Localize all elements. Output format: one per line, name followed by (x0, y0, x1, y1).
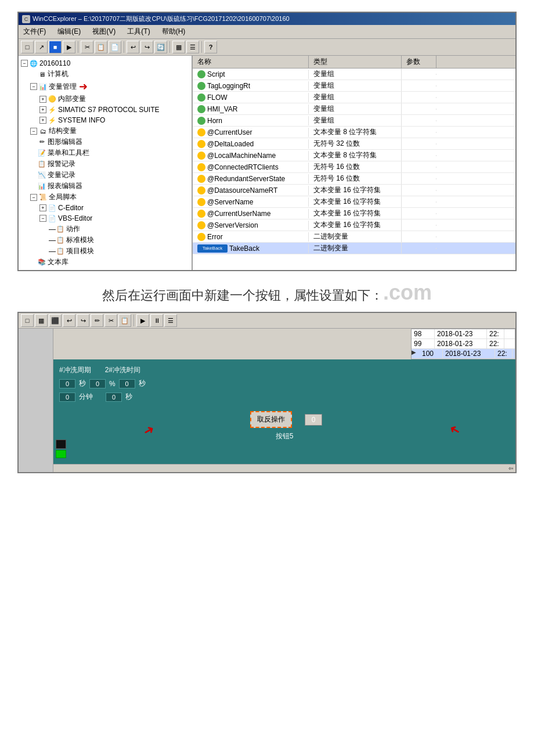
tree-item-sysinfo[interactable]: + ⚡ SYSTEM INFO (19, 115, 192, 125)
root-expand[interactable]: − (21, 60, 28, 67)
wash-time-label: 2#冲洗时间 (105, 365, 140, 375)
ceditor-expand[interactable]: + (39, 204, 46, 211)
row-icon-yellow (197, 198, 205, 206)
tree-root[interactable]: − 🌐 20160110 (19, 58, 192, 69)
input-0-2[interactable] (89, 379, 106, 388)
table-row[interactable]: @CurrentUser 文本变量 8 位字符集 (193, 127, 515, 138)
rt-tb5[interactable]: ✏ (91, 314, 103, 327)
td-type: 变量组 (309, 103, 402, 114)
rt-tb2[interactable]: ⬛ (49, 314, 62, 327)
table-row[interactable]: @LocalMachineName 文本变量 8 位字符集 (193, 150, 515, 161)
input-0-5[interactable] (106, 393, 122, 402)
table-row[interactable]: @ServerVersion 文本变量 16 位字符集 (193, 219, 515, 231)
refresh-button[interactable]: 🔄 (154, 41, 167, 53)
tree-item-textlib[interactable]: 📚 文本库 (19, 257, 192, 268)
forward-button[interactable]: ↪ (140, 41, 153, 53)
tree-item-ceditor[interactable]: + 📄 C-Editor (19, 203, 192, 213)
rt-tb4[interactable]: ↪ (77, 314, 89, 327)
runtime-main: 98 2018-01-23 22: 99 2018-01-23 22: ▶ 10… (53, 329, 515, 472)
td-name: FLOW (193, 93, 309, 102)
copy-button[interactable]: 📋 (95, 41, 107, 53)
rt-tb6[interactable]: ✂ (104, 314, 117, 327)
runtime-toolbar: □ ▦ ⬛ ↩ ↪ ✏ ✂ 📋 ▶ ⏸ ☰ (19, 313, 515, 329)
table-row[interactable]: TagLoggingRt 变量组 (193, 80, 515, 92)
td-param (402, 155, 436, 156)
td-param (402, 201, 436, 203)
table-row[interactable]: @ServerName 文本变量 16 位字符集 (193, 196, 515, 208)
tree-item-simatic[interactable]: + ⚡ SIMATIC S7 PROTOCOL SUITE (19, 105, 192, 115)
tree-item-taglog[interactable]: 📉 变量记录 (19, 170, 192, 181)
table-row[interactable]: Error 二进制变量 (193, 231, 515, 243)
sysinfo-expand[interactable]: + (39, 117, 46, 124)
rt-open[interactable]: □ (21, 314, 34, 327)
rt-tb3[interactable]: ↩ (63, 314, 75, 327)
tagmgr-expand[interactable]: − (30, 83, 37, 90)
menu-view[interactable]: 视图(V) (90, 26, 118, 37)
vbs-expand[interactable]: − (39, 215, 46, 222)
help-button[interactable]: ? (204, 41, 217, 53)
input-0-4[interactable] (59, 393, 75, 402)
table-row[interactable]: @DeltaLoaded 无符号 32 位数 (193, 138, 515, 150)
row98-date: 2018-01-23 (435, 329, 487, 339)
value-display: 0 (305, 414, 322, 426)
new-button[interactable]: □ (21, 41, 34, 53)
table-row[interactable]: @DatasourceNameRT 文本变量 16 位字符集 (193, 185, 515, 196)
tree-item-action[interactable]: — 📋 动作 (19, 224, 192, 235)
tree-item-global[interactable]: − 📜 全局脚本 (19, 192, 192, 203)
internal-expand[interactable]: + (39, 96, 46, 103)
tree-item-alarm[interactable]: 📋 报警记录 (19, 159, 192, 170)
table-row[interactable]: HMI_VAR 变量组 (193, 103, 515, 115)
struct-expand[interactable]: − (30, 128, 37, 135)
list-button[interactable]: ☰ (186, 41, 199, 53)
table-row[interactable]: FLOW 变量组 (193, 92, 515, 103)
global-expand[interactable]: − (30, 194, 37, 201)
rt-tb9[interactable]: ⏸ (150, 314, 163, 327)
row-icon-yellow (197, 186, 205, 195)
cancel-op-button[interactable]: 取反操作 (250, 411, 292, 428)
table-row[interactable]: @CurrentUserName 文本变量 16 位字符集 (193, 208, 515, 219)
rt-tb7[interactable]: 📋 (118, 314, 131, 327)
scroll-right[interactable]: ⇦ (508, 465, 513, 471)
row-icon-green (197, 82, 205, 90)
td-param (402, 97, 436, 98)
simatic-expand[interactable]: + (39, 106, 46, 113)
rt-tb8[interactable]: ▶ (136, 314, 149, 327)
table-row[interactable]: TakeBack TakeBack 二进制变量 (193, 243, 515, 254)
tree-item-report[interactable]: 📊 报表编辑器 (19, 181, 192, 192)
open-button[interactable]: ↗ (35, 41, 48, 53)
middle-instruction: 然后在运行画面中新建一个按钮，属性设置如下： (102, 288, 383, 303)
menu-help[interactable]: 帮助(H) (160, 26, 188, 37)
save-button[interactable]: ■ (49, 41, 62, 53)
tree-item-internal[interactable]: + 🟡 内部变量 (19, 93, 192, 105)
back-button[interactable]: ↩ (127, 41, 139, 53)
input-0-3[interactable] (119, 379, 135, 388)
table-row[interactable]: Horn 变量组 (193, 115, 515, 127)
tree-item-vbseditor[interactable]: − 📄 VBS-Editor (19, 213, 192, 224)
cut-button[interactable]: ✂ (81, 41, 93, 53)
menu-file[interactable]: 文件(F) (21, 26, 48, 37)
paste-button[interactable]: 📄 (109, 41, 121, 53)
table-row[interactable]: @ConnectedRTClients 无符号 16 位数 (193, 161, 515, 173)
grid-button[interactable]: ▦ (172, 41, 185, 53)
computer-icon: 🖥 (37, 70, 46, 79)
table-row[interactable]: Script 变量组 (193, 69, 515, 80)
input-0-1[interactable] (59, 379, 75, 388)
tree-item-stdmodule[interactable]: — 📋 标准模块 (19, 235, 192, 246)
tree-item-computer[interactable]: 🖥 计算机 (19, 69, 192, 80)
tree-item-gfx[interactable]: ✏ 图形编辑器 (19, 136, 192, 147)
table-row[interactable]: @RedundantServerState 无符号 16 位数 (193, 173, 515, 185)
td-type: 二进制变量 (309, 243, 402, 254)
menu-edit[interactable]: 编辑(E) (55, 26, 83, 37)
rt-tb10[interactable]: ☰ (164, 314, 177, 327)
tree-item-projmodule[interactable]: — 📋 项目模块 (19, 246, 192, 257)
h-scrollbar[interactable]: ⇦ (53, 464, 515, 472)
tree-item-struct[interactable]: − 🗂 结构变量 (19, 125, 192, 136)
rt-tb1[interactable]: ▦ (35, 314, 48, 327)
menu-tools[interactable]: 工具(T) (125, 26, 152, 37)
run-button[interactable]: ▶ (63, 41, 75, 53)
tree-item-tag-mgr[interactable]: − 📊 变量管理 ➜ (19, 80, 192, 93)
unit-sec2: 秒 (139, 379, 146, 388)
tree-item-menu[interactable]: 📝 菜单和工具栏 (19, 147, 192, 159)
row-icon-yellow (197, 233, 205, 241)
report-icon: 📊 (37, 182, 46, 191)
